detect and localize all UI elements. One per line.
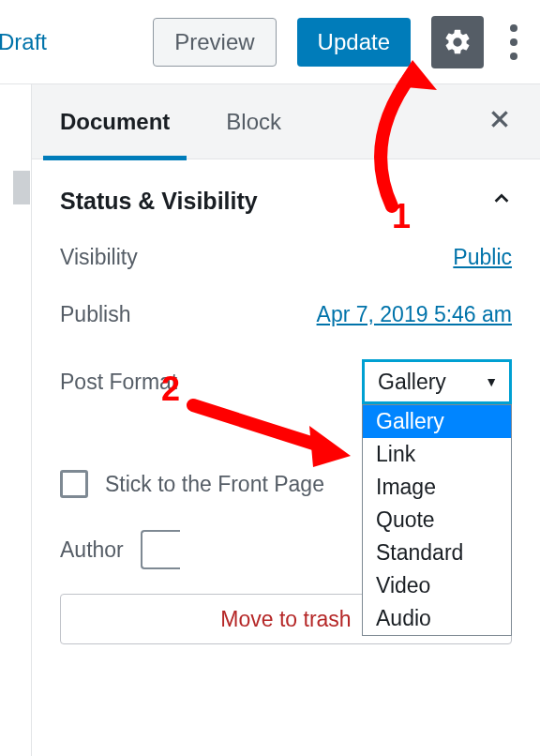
- settings-button[interactable]: [431, 16, 484, 68]
- preview-button[interactable]: Preview: [153, 18, 276, 67]
- switch-to-draft-link[interactable]: o Draft: [0, 29, 47, 55]
- stick-front-page-checkbox[interactable]: [60, 470, 88, 498]
- postformat-option[interactable]: Standard: [363, 537, 511, 569]
- close-icon: [488, 107, 512, 131]
- postformat-option[interactable]: Audio: [363, 602, 511, 635]
- gear-icon: [442, 27, 472, 57]
- update-button[interactable]: Update: [297, 18, 411, 67]
- publish-label: Publish: [60, 302, 130, 327]
- chevron-up-icon: [491, 189, 512, 215]
- postformat-select[interactable]: Gallery: [362, 359, 512, 404]
- section-title: Status & Visibility: [60, 188, 258, 215]
- visibility-value-link[interactable]: Public: [453, 245, 512, 270]
- editor-gutter: [0, 84, 32, 756]
- author-label: Author: [60, 537, 124, 563]
- postformat-label: Post Format: [60, 370, 177, 395]
- postformat-option[interactable]: Gallery: [363, 405, 511, 438]
- visibility-label: Visibility: [60, 245, 138, 270]
- settings-panel: Document Block Status & Visibility Visib…: [32, 84, 540, 756]
- postformat-selected-value: Gallery: [378, 370, 446, 395]
- postformat-option[interactable]: Video: [363, 569, 511, 602]
- postformat-option[interactable]: Quote: [363, 504, 511, 537]
- postformat-option[interactable]: Image: [363, 471, 511, 504]
- tab-block[interactable]: Block: [198, 84, 309, 159]
- postformat-dropdown: GalleryLinkImageQuoteStandardVideoAudio: [362, 404, 512, 636]
- author-select[interactable]: [141, 530, 180, 569]
- block-placeholder-icon: [13, 171, 30, 204]
- publish-date-link[interactable]: Apr 7, 2019 5:46 am: [317, 302, 512, 327]
- tab-document[interactable]: Document: [32, 84, 198, 159]
- more-menu-button[interactable]: [504, 19, 523, 66]
- section-toggle-status[interactable]: Status & Visibility: [60, 188, 512, 215]
- close-panel-button[interactable]: [488, 106, 512, 138]
- dot-icon: [510, 53, 518, 60]
- dot-icon: [510, 38, 518, 46]
- postformat-option[interactable]: Link: [363, 438, 511, 471]
- dot-icon: [510, 24, 518, 32]
- stick-front-page-label: Stick to the Front Page: [105, 472, 324, 497]
